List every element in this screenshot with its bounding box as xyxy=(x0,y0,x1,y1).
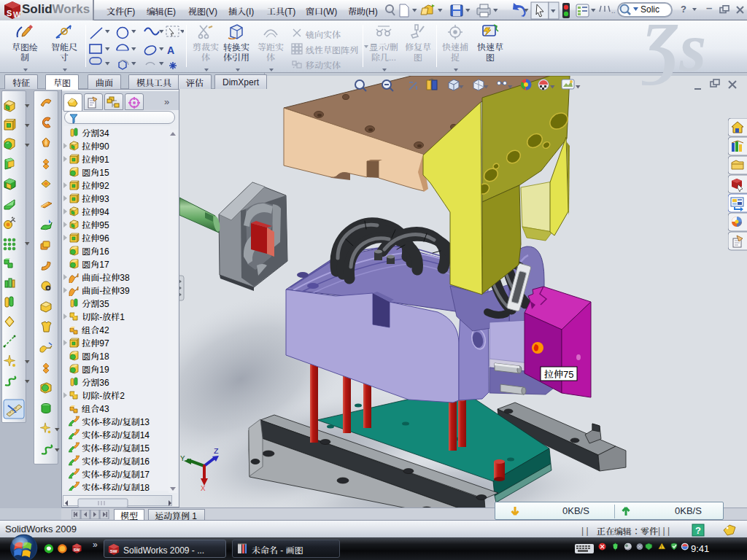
svg-text:拉伸75: 拉伸75 xyxy=(544,367,573,381)
svg-text:X: X xyxy=(201,484,206,493)
svg-text:A: A xyxy=(167,44,174,56)
svg-text:?: ? xyxy=(695,525,701,536)
svg-text:Z: Z xyxy=(214,447,219,456)
svg-text:..: .. xyxy=(611,4,616,15)
svg-text:S: S xyxy=(7,9,12,18)
svg-text:SW: SW xyxy=(74,547,81,553)
svg-text:Y: Y xyxy=(180,454,185,463)
svg-text:!: ! xyxy=(661,544,662,550)
svg-text:W: W xyxy=(13,10,21,19)
svg-text:SW: SW xyxy=(110,548,117,554)
